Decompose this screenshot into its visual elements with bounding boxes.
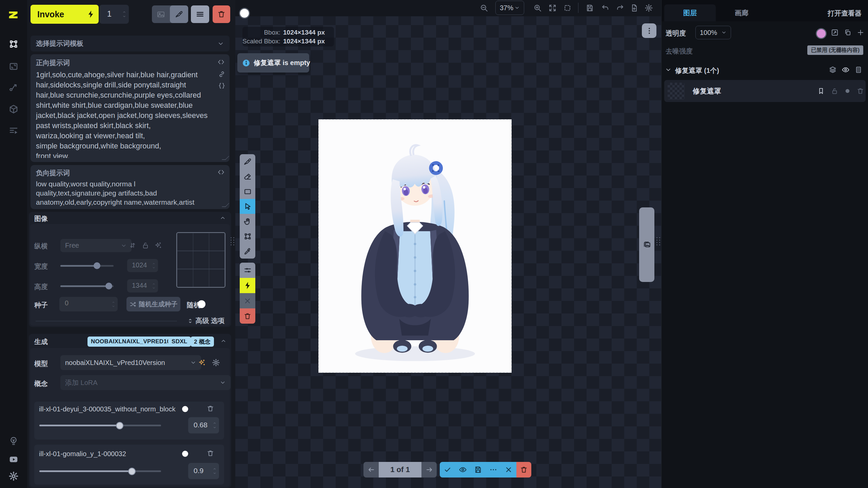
layer-bookmark-icon[interactable]: [817, 87, 825, 95]
layer-delete-icon[interactable]: [856, 87, 865, 95]
fit-bbox-icon[interactable]: [563, 3, 572, 12]
lora-weight-stepper[interactable]: [213, 422, 217, 429]
select-tool-active[interactable]: [240, 199, 255, 214]
panel-resize-handle[interactable]: [231, 237, 235, 245]
eyedropper-tool[interactable]: [240, 244, 255, 259]
lora-select[interactable]: 添加 LoRA: [60, 375, 231, 390]
add-layer-icon[interactable]: [856, 28, 865, 37]
lora-weight-slider[interactable]: [39, 422, 161, 429]
save-to-gallery-button[interactable]: [470, 462, 486, 477]
swap-dimensions-icon[interactable]: [129, 241, 137, 249]
width-input[interactable]: 1024: [127, 259, 158, 272]
queue-count-input[interactable]: 1: [99, 5, 129, 24]
queue-count-stepper[interactable]: [122, 11, 126, 18]
layer-color-dot-icon[interactable]: [843, 87, 852, 95]
height-slider[interactable]: [60, 283, 114, 289]
model-settings-icon[interactable]: [212, 359, 220, 367]
nav-queue-icon[interactable]: [6, 123, 21, 138]
prev-image-button[interactable]: [363, 462, 379, 477]
more-actions-button[interactable]: [486, 462, 501, 477]
lora-delete-icon[interactable]: [206, 405, 214, 412]
gallery-drawer-toggle[interactable]: [639, 207, 654, 282]
preview-toggle-button[interactable]: [455, 462, 470, 477]
braces-icon[interactable]: [218, 82, 225, 89]
lora-weight-slider[interactable]: [39, 468, 161, 475]
next-image-button[interactable]: [421, 462, 437, 477]
width-stepper[interactable]: [152, 262, 156, 269]
opacity-select[interactable]: 100%: [695, 26, 731, 39]
model-sparkles-icon[interactable]: [198, 359, 206, 367]
canvas-menu-kebab-button[interactable]: [642, 23, 656, 38]
optimize-size-icon[interactable]: [154, 241, 162, 249]
positive-prompt-input[interactable]: 1girl,solo,cute,ahoge,silver hair,blue h…: [36, 70, 212, 158]
random-seed-button[interactable]: 随机生成种子: [126, 297, 180, 311]
zoom-level-select[interactable]: 37%: [495, 1, 524, 15]
invoke-region-tool[interactable]: [240, 278, 255, 293]
clear-queue-button[interactable]: [213, 5, 230, 23]
rect-tool[interactable]: [240, 184, 255, 199]
seed-input[interactable]: [64, 299, 103, 307]
height-stepper[interactable]: [152, 282, 156, 289]
support-lightbulb-icon[interactable]: [6, 434, 21, 449]
link-icon[interactable]: [218, 70, 225, 78]
group-canvas-frame-icon[interactable]: [854, 65, 863, 74]
canvas-image[interactable]: [318, 119, 512, 373]
layer-lock-icon[interactable]: [830, 87, 839, 95]
group-chevron-down-icon[interactable]: [664, 66, 672, 74]
fit-layer-icon[interactable]: [830, 28, 839, 37]
collapse-chevron-up-icon[interactable]: [220, 338, 226, 344]
accept-button[interactable]: [440, 462, 455, 477]
seed-stepper[interactable]: [112, 301, 115, 308]
brush-mode-button[interactable]: [170, 5, 188, 23]
panel-resize-handle[interactable]: [656, 237, 660, 245]
tab-layers[interactable]: 图层: [664, 4, 716, 21]
code-icon[interactable]: [217, 168, 225, 176]
lora-weight-input[interactable]: 0.9: [188, 463, 219, 479]
filter-tool[interactable]: [240, 263, 255, 278]
width-slider[interactable]: [60, 262, 114, 269]
new-session-icon[interactable]: [630, 3, 638, 12]
model-select[interactable]: noobaiXLNAIXL_vPred10Version: [60, 355, 201, 370]
queue-menu-button[interactable]: [191, 5, 209, 23]
nav-workflows-icon[interactable]: [6, 80, 21, 95]
undo-icon[interactable]: [601, 3, 610, 12]
youtube-icon[interactable]: [6, 452, 21, 467]
height-input[interactable]: 1344: [127, 279, 158, 292]
tab-gallery[interactable]: 画廊: [716, 4, 767, 21]
discard-button[interactable]: [501, 462, 516, 477]
invoke-button[interactable]: Invoke: [31, 5, 99, 24]
lora-weight-stepper[interactable]: [213, 467, 217, 475]
delete-tool[interactable]: [240, 308, 255, 324]
advanced-options-toggle[interactable]: 高级 选项: [187, 316, 224, 325]
lora-weight-input[interactable]: 0.68: [188, 417, 219, 433]
settings-gear-icon[interactable]: [6, 469, 21, 484]
brush-tool[interactable]: [240, 154, 255, 169]
aspect-select[interactable]: Free: [60, 239, 132, 252]
fit-view-icon[interactable]: [548, 3, 557, 12]
nav-canvas-icon[interactable]: [6, 37, 21, 52]
lock-aspect-icon[interactable]: [141, 241, 150, 249]
resize-handle-icon[interactable]: [222, 156, 229, 160]
nav-viewer-icon[interactable]: [6, 59, 21, 74]
save-canvas-icon[interactable]: [585, 3, 594, 12]
cancel-tool[interactable]: [240, 293, 255, 308]
zoom-out-icon[interactable]: [479, 3, 488, 12]
transform-tool[interactable]: [240, 229, 255, 244]
resize-handle-icon[interactable]: [222, 203, 229, 207]
group-visibility-icon[interactable]: [841, 65, 850, 74]
redo-icon[interactable]: [615, 3, 624, 12]
lora-delete-icon[interactable]: [206, 449, 214, 457]
negative-prompt-input[interactable]: low quality,worst quality,norma l qualit…: [36, 179, 216, 206]
duplicate-layer-icon[interactable]: [843, 28, 852, 37]
canvas-settings-icon[interactable]: [644, 3, 653, 12]
collapse-chevron-up-icon[interactable]: [220, 215, 226, 221]
zoom-in-icon[interactable]: [533, 3, 542, 12]
code-icon[interactable]: [217, 58, 225, 66]
group-layers-icon[interactable]: [828, 65, 837, 74]
prompt-template-bar[interactable]: 选择提示词模板: [31, 36, 230, 52]
canvas-area[interactable]: 37% Bbox: 1024×1344 px Scaled Bbox: 1024…: [235, 0, 661, 488]
nav-models-icon[interactable]: [6, 102, 21, 117]
layer-list-item[interactable]: 修复遮罩: [664, 80, 866, 102]
mask-color-swatch[interactable]: [816, 28, 827, 39]
eraser-tool[interactable]: [240, 169, 255, 184]
